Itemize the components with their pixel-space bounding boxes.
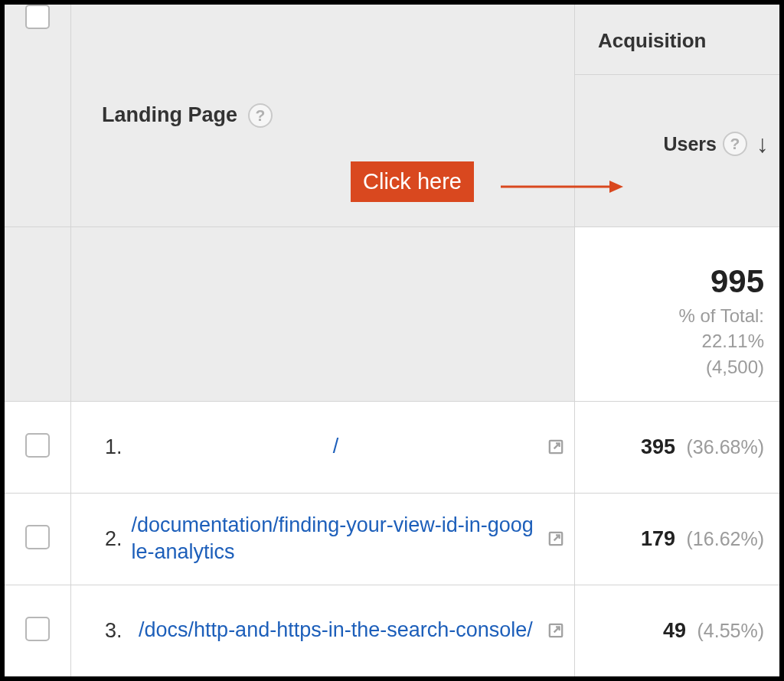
row-checkbox-cell [5,401,71,493]
landing-page-link[interactable]: /documentation/finding-your-view-id-in-g… [132,512,536,565]
summary-baseline: (4,500) [575,354,764,380]
users-column-header[interactable]: Users ? ↓ [575,75,779,220]
row-landing-cell: 2. /documentation/finding-your-view-id-i… [71,493,575,585]
row-checkbox[interactable] [25,617,50,641]
annotation-arrow-icon [501,178,623,196]
summary-users-total: 995 [575,263,764,300]
header-landing-page-cell[interactable]: Landing Page ? [71,5,575,226]
landing-page-header-label: Landing Page [102,103,237,127]
users-header-label: Users [664,133,717,155]
open-external-icon[interactable] [545,436,567,458]
header-checkbox-cell [5,5,71,226]
help-icon[interactable]: ? [723,132,747,156]
open-external-icon[interactable] [545,620,567,641]
landing-pages-table: Landing Page ? Acquisition Users ? ↓ [5,5,779,677]
row-landing-cell: 1. / [71,401,575,493]
row-users-value: 49 [663,619,686,642]
summary-landing-cell [71,226,575,401]
row-landing-cell: 3. /docs/http-and-https-in-the-search-co… [71,585,575,676]
row-checkbox[interactable] [25,433,50,458]
summary-checkbox-cell [5,226,71,401]
summary-pct-label: % of Total: [575,303,764,329]
row-users-value: 179 [641,527,675,550]
row-users-cell: 179 (16.62%) [574,493,779,585]
select-all-checkbox[interactable] [25,5,50,29]
table-row: 3. /docs/http-and-https-in-the-search-co… [5,585,779,676]
annotation-text: Click here [363,169,462,194]
sort-descending-icon: ↓ [756,132,769,156]
acquisition-group-header: Acquisition [575,5,779,75]
row-users-value: 395 [641,435,675,458]
help-icon[interactable]: ? [248,103,273,128]
row-index: 3. [88,619,126,643]
svg-marker-1 [609,181,623,193]
table-row: 2. /documentation/finding-your-view-id-i… [5,493,779,585]
summary-users-cell: 995 % of Total: 22.11% (4,500) [574,226,779,401]
row-users-pct: (16.62%) [687,528,764,549]
annotation-label: Click here [351,161,474,202]
row-users-pct: (36.68%) [687,436,764,458]
landing-page-link[interactable]: /docs/http-and-https-in-the-search-conso… [139,617,533,644]
open-external-icon[interactable] [545,528,567,549]
row-users-cell: 395 (36.68%) [574,401,779,493]
row-index: 1. [88,435,126,459]
summary-pct-value: 22.11% [575,328,764,354]
landing-page-link[interactable]: / [333,433,339,460]
row-index: 2. [88,527,122,551]
row-users-pct: (4.55%) [697,620,764,641]
row-checkbox[interactable] [25,525,50,549]
row-users-cell: 49 (4.55%) [574,585,779,676]
table-row: 1. / 395 (36.68%) [5,401,779,493]
